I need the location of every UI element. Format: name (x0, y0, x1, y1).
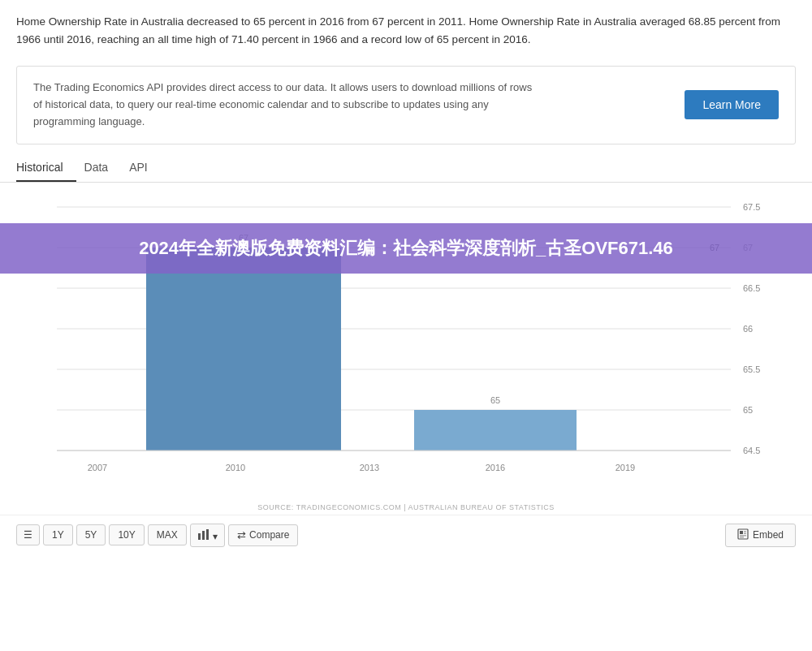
tab-api[interactable]: API (129, 154, 161, 182)
period-max-button[interactable]: MAX (148, 524, 187, 545)
compare-button[interactable]: ⇄ Compare (228, 524, 298, 546)
svg-rect-16 (740, 537, 744, 538)
svg-rect-14 (744, 532, 746, 534)
x-label-2013: 2013 (360, 463, 379, 472)
period-10y-button[interactable]: 10Y (109, 524, 144, 545)
y-label-64-5: 64.5 (743, 446, 760, 455)
toolbar: ☰ 1Y 5Y 10Y MAX ▾ ⇄ Compare (0, 515, 812, 555)
description-text: Home Ownership Rate in Australia decreas… (16, 13, 796, 48)
description-section: Home Ownership Rate in Australia decreas… (0, 0, 812, 56)
period-5y-button[interactable]: 5Y (76, 524, 106, 545)
period-1y-button[interactable]: 1Y (43, 524, 73, 545)
chart-type-dropdown-icon: ▾ (213, 531, 218, 542)
tabs-section: Historical Data API (0, 154, 812, 183)
bar-2016-label: 65 (490, 395, 500, 405)
chart-source: SOURCE: TRADINGECONOMICS.COM | AUSTRALIA… (16, 503, 796, 511)
x-label-2010: 2010 (226, 463, 245, 472)
bar-2011 (146, 248, 341, 451)
y-label-66: 66 (743, 324, 753, 334)
compare-icon: ⇄ (237, 529, 246, 541)
svg-rect-15 (740, 535, 746, 537)
chart-container: 2024年全新澳版免费资料汇编：社会科学深度剖析_古圣OVF671.46 67.… (0, 183, 812, 511)
svg-rect-13 (744, 531, 746, 532)
svg-rect-12 (740, 531, 743, 534)
tab-data[interactable]: Data (84, 154, 122, 182)
api-promo-box: The Trading Economics API provides direc… (16, 66, 796, 144)
overlay-banner: 2024年全新澳版免费资料汇编：社会科学深度剖析_古圣OVF671.46 (0, 223, 812, 274)
tab-historical[interactable]: Historical (16, 154, 76, 182)
bar-2016 (414, 410, 577, 451)
svg-rect-10 (206, 529, 209, 540)
x-label-2019: 2019 (615, 463, 635, 472)
chart-type-icon (197, 531, 213, 542)
learn-more-button[interactable]: Learn More (685, 90, 779, 119)
x-label-2016: 2016 (486, 463, 505, 472)
embed-icon (737, 528, 749, 542)
table-icon: ☰ (24, 529, 32, 541)
x-label-2007: 2007 (88, 463, 107, 472)
y-label-65-5: 65.5 (743, 364, 760, 374)
embed-button[interactable]: Embed (725, 524, 796, 547)
chart-type-button[interactable]: ▾ (190, 524, 225, 547)
svg-rect-8 (198, 533, 201, 540)
api-promo-text: The Trading Economics API provides direc… (33, 80, 537, 130)
y-label-66-5: 66.5 (743, 283, 760, 293)
svg-rect-9 (202, 531, 205, 540)
table-view-button[interactable]: ☰ (16, 524, 40, 545)
y-label-65: 65 (743, 405, 753, 415)
y-label-67-5: 67.5 (743, 202, 760, 212)
